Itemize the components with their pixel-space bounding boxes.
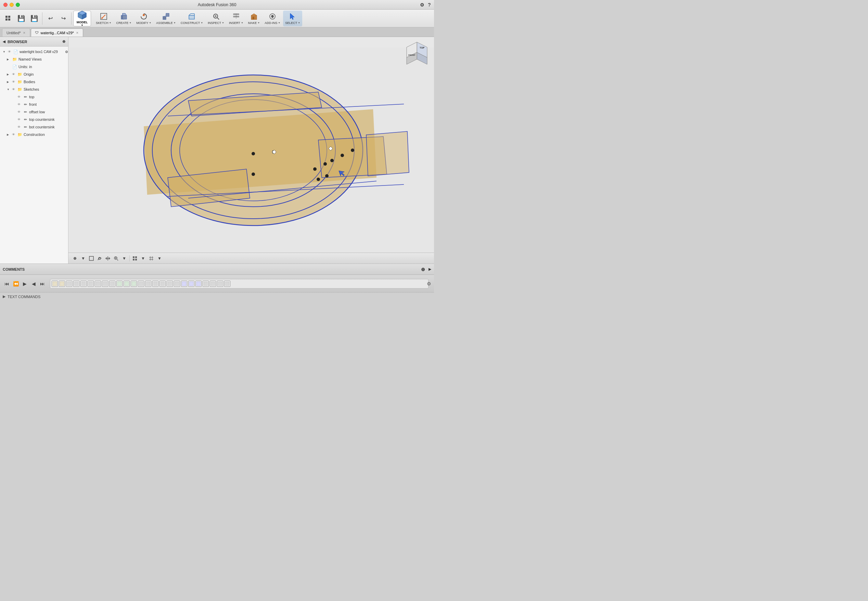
file-button[interactable]: 💾 — [15, 11, 27, 26]
inspect-button[interactable]: INSPECT ▼ — [206, 11, 226, 26]
construct-button[interactable]: CONSTRUCT ▼ — [178, 11, 205, 26]
sketches-eye[interactable]: 👁 — [12, 88, 16, 91]
help-icon[interactable]: ? — [428, 2, 430, 8]
timeline-marker-17[interactable] — [167, 281, 173, 287]
tree-named-views[interactable]: ▶ 📁 Named Views — [0, 55, 68, 63]
timeline-marker-21[interactable] — [195, 281, 201, 287]
offset-low-eye[interactable]: 👁 — [17, 110, 21, 114]
display-dropdown[interactable]: ▼ — [139, 255, 147, 262]
timeline-marker-5[interactable] — [81, 281, 87, 287]
timeline-marker-6[interactable] — [88, 281, 94, 287]
zoom-dropdown[interactable]: ▼ — [121, 255, 128, 262]
timeline-marker-14[interactable] — [145, 281, 151, 287]
timeline-marker-12[interactable] — [131, 281, 137, 287]
text-commands-arrow[interactable]: ▶ — [3, 294, 6, 299]
tree-bot-countersink[interactable]: 👁 ✏ bot countersink — [0, 123, 68, 131]
create-button[interactable]: CREATE ▼ — [114, 11, 133, 26]
grid-dropdown[interactable]: ▼ — [156, 255, 163, 262]
svg-point-50 — [323, 162, 327, 166]
modify-button[interactable]: MODIFY ▼ — [134, 11, 153, 26]
maximize-button[interactable] — [16, 3, 20, 7]
grid-settings-button[interactable] — [148, 255, 155, 262]
display-settings-button[interactable] — [131, 255, 139, 262]
animation-timeline[interactable] — [50, 279, 429, 288]
timeline-marker-3[interactable] — [66, 281, 72, 287]
anim-end-button[interactable]: ⏭ — [38, 280, 47, 288]
timeline-marker-15[interactable] — [152, 281, 159, 287]
timeline-marker-9[interactable] — [109, 281, 115, 287]
pan-button[interactable] — [104, 255, 111, 262]
select-button[interactable]: SELECT ▼ — [283, 11, 302, 26]
save-button[interactable]: 💾 — [28, 11, 40, 26]
timeline-marker-10[interactable] — [116, 281, 122, 287]
redo-button[interactable]: ↪ — [57, 11, 70, 26]
timeline-marker-13[interactable] — [138, 281, 144, 287]
make-button[interactable]: MAKE ▼ — [246, 11, 262, 26]
zoom-in-button[interactable] — [112, 255, 120, 262]
comments-collapse[interactable]: ▶ — [429, 267, 431, 271]
tree-construction[interactable]: ▶ 👁 📁 Construction — [0, 131, 68, 138]
svg-point-8 — [101, 17, 103, 19]
assemble-button[interactable]: ASSEMBLE ▼ — [154, 11, 178, 26]
timeline-marker-19[interactable] — [181, 281, 187, 287]
browser-options[interactable]: ⊕ — [62, 40, 66, 44]
timeline-marker-1[interactable] — [52, 281, 58, 287]
anim-start-button[interactable]: ⏮ — [3, 280, 11, 288]
timeline-marker-2[interactable] — [59, 281, 65, 287]
timeline-marker-11[interactable] — [124, 281, 130, 287]
minimize-button[interactable] — [9, 3, 14, 7]
app-grid-button[interactable] — [2, 11, 14, 26]
close-button[interactable] — [3, 3, 8, 7]
bot-cs-eye[interactable]: 👁 — [17, 125, 21, 129]
tree-offset-low[interactable]: 👁 ✏ offset low — [0, 108, 68, 116]
undo-button[interactable]: ↩ — [44, 11, 56, 26]
timeline-marker-18[interactable] — [174, 281, 180, 287]
tree-root[interactable]: ▼ 👁 📄 watertight box1 CAM v29 ⚙ — [0, 48, 68, 55]
timeline-marker-20[interactable] — [188, 281, 194, 287]
orbit-button[interactable] — [96, 255, 103, 262]
3d-viewport[interactable]: TOP FRONT ▼ ▼ — [69, 37, 434, 264]
timeline-marker-25[interactable] — [224, 281, 230, 287]
timeline-marker-23[interactable] — [210, 281, 216, 287]
tab-watertight-close[interactable]: ✕ — [76, 31, 79, 35]
sketch-button[interactable]: SKETCH ▼ — [94, 11, 113, 26]
timeline-marker-8[interactable] — [102, 281, 108, 287]
timeline-marker-16[interactable] — [160, 281, 166, 287]
anim-play-reverse-button[interactable]: ◀ — [29, 280, 38, 288]
tree-units[interactable]: 📄 Units: in — [0, 63, 68, 70]
tree-top-sketch[interactable]: 👁 ✏ top — [0, 93, 68, 101]
tree-origin[interactable]: ▶ 👁 📁 Origin — [0, 70, 68, 78]
insert-button[interactable]: INSERT ▼ — [227, 11, 246, 26]
tree-bodies[interactable]: ▶ 👁 📁 Bodies — [0, 78, 68, 85]
addins-button[interactable]: ADD-INS ▼ — [262, 11, 282, 26]
tab-untitled[interactable]: Untitled* ✕ — [2, 28, 30, 37]
construction-eye[interactable]: 👁 — [12, 133, 16, 136]
anim-play-button[interactable]: ▶ — [21, 280, 29, 288]
snap-dropdown[interactable]: ▼ — [79, 255, 87, 262]
timeline-marker-24[interactable] — [217, 281, 223, 287]
root-options[interactable]: ⚙ — [65, 50, 68, 54]
root-eye[interactable]: 👁 — [8, 50, 12, 53]
origin-eye[interactable]: 👁 — [12, 73, 16, 76]
anim-prev-button[interactable]: ⏪ — [12, 280, 20, 288]
collapse-arrow[interactable]: ◀ — [3, 40, 6, 43]
tree-sketches[interactable]: ▼ 👁 📁 Sketches — [0, 85, 68, 93]
timeline-marker-22[interactable] — [203, 281, 209, 287]
timeline-marker-4[interactable] — [73, 281, 79, 287]
bodies-eye[interactable]: 👁 — [12, 80, 16, 84]
timeline-marker-7[interactable] — [95, 281, 101, 287]
top-cs-eye[interactable]: 👁 — [17, 118, 21, 121]
view-cube[interactable]: TOP FRONT — [403, 40, 430, 68]
top-sketch-eye[interactable]: 👁 — [17, 95, 21, 99]
display-mode-button[interactable] — [88, 255, 95, 262]
comments-add[interactable]: ⊕ — [421, 267, 425, 272]
front-sketch-eye[interactable]: 👁 — [17, 103, 21, 106]
tree-top-countersink[interactable]: 👁 ✏ top countersink — [0, 116, 68, 123]
snap-button[interactable] — [71, 255, 79, 262]
tab-watertight[interactable]: 🛡 watertig...CAM v29* ✕ — [31, 28, 83, 37]
settings-icon[interactable]: ⚙ — [420, 2, 424, 8]
animation-settings-icon[interactable]: ⚙ — [427, 281, 431, 287]
tab-untitled-close[interactable]: ✕ — [23, 31, 26, 35]
model-button[interactable]: MODEL ▼ — [73, 11, 91, 26]
tree-front-sketch[interactable]: 👁 ✏ front — [0, 101, 68, 108]
